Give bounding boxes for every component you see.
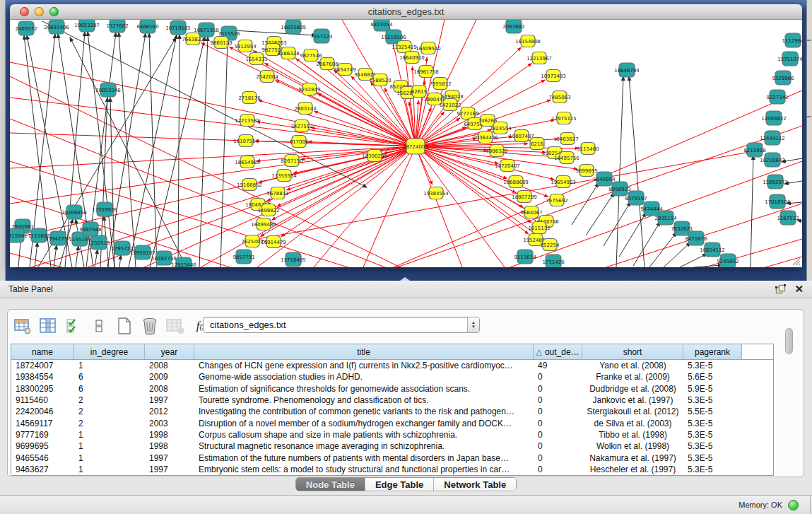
graph-node[interactable]: 1112964 [782,33,802,47]
graph-node[interactable]: 16961758 [413,66,439,78]
graph-node[interactable]: 10719185 [165,21,191,35]
graph-node[interactable]: 1654331 [245,53,267,65]
graph-node[interactable]: 9227341 [766,90,788,104]
close-button[interactable] [20,7,29,16]
graph-node[interactable]: 12213967 [526,52,552,64]
graph-node[interactable]: 1167533 [777,211,799,225]
zoom-button[interactable] [49,7,59,16]
new-document-icon[interactable] [115,317,134,335]
column-header-pagerank[interactable]: pagerank [683,344,742,359]
graph-node[interactable]: 9245652 [717,254,739,267]
graph-node[interactable]: 9463627 [556,133,578,145]
graph-node[interactable]: 7357224 [310,29,333,43]
graph-node[interactable]: 12975115 [551,112,577,124]
graph-node[interactable]: 2405572 [15,21,37,35]
graph-node[interactable]: 8215958 [743,143,765,157]
graph-node[interactable]: 19384554 [423,187,449,199]
graph-node[interactable]: 17359926 [92,202,117,216]
float-window-icon[interactable] [775,284,786,295]
graph-node[interactable]: 9329966 [772,71,794,85]
table-row[interactable]: 1872400712008Changes of HCN gene express… [11,360,773,371]
graph-node[interactable]: 9857791 [233,250,254,264]
hub-node[interactable]: 18724007 [403,139,428,154]
graph-node[interactable]: 7625402 [241,235,263,247]
graph-node[interactable]: 16107554 [233,135,259,147]
table-row[interactable]: 946554611997Estimation of the future num… [11,452,773,463]
graph-node[interactable]: 15992971 [763,175,788,189]
column-header-year[interactable]: year [145,344,194,359]
graph-node[interactable]: 10688609 [503,176,529,188]
table-settings-icon[interactable] [13,317,32,335]
graph-node[interactable]: 6216 [530,138,544,150]
graph-node[interactable]: 1250515 [88,235,110,250]
graph-node[interactable]: 15720407 [495,160,520,172]
graph-node[interactable]: 9242843 [298,83,320,95]
column-header-title[interactable]: title [194,344,534,359]
column-header-out_de[interactable]: △out_de… [534,344,582,359]
graph-node[interactable]: 7986322 [486,145,507,157]
graph-node[interactable]: 6466160 [136,20,158,33]
table-row[interactable]: 1456911722003Disruption of a novel membe… [11,417,773,428]
network-canvas[interactable]: 2405572206914061065328715276026466160107… [10,20,802,267]
network-graph[interactable]: 2405572206914061065328715276026466160107… [10,20,802,267]
network-window-titlebar[interactable]: citations_edges.txt [10,4,802,20]
row-checklist-icon[interactable] [64,317,83,335]
graph-node[interactable]: 15751074 [777,52,802,66]
graph-node[interactable]: 252254 [541,239,560,251]
graph-node[interactable]: 19654923 [551,176,576,188]
tab-node-table[interactable]: Node Table [296,478,365,491]
graph-node[interactable]: 18654985 [235,156,260,168]
graph-node[interactable]: 15166852 [237,179,262,191]
table-row[interactable]: 946362711997Embryonic stem cells: a mode… [11,464,773,475]
graph-node[interactable]: 11355554 [271,170,297,182]
graph-node[interactable]: 20206856 [61,205,87,219]
table-select-dropdown[interactable]: citations_edges.txt ▲▼ [203,317,480,333]
graph-node[interactable]: 16210643 [760,153,785,167]
graph-node[interactable]: 16154808 [515,35,541,47]
graph-node[interactable]: 10653287 [74,20,100,32]
graph-node[interactable]: 2342004 [256,71,278,83]
graph-node[interactable]: 7485063 [548,91,570,103]
table-row[interactable]: 911546021997Tourette syndrome. Phenomeno… [11,395,773,406]
close-icon[interactable]: ✕ [794,284,804,295]
graph-node[interactable]: 6379197 [625,191,647,205]
column-header-name[interactable]: name [11,344,74,359]
graph-node[interactable]: 15716485 [281,252,306,267]
table-vertical-scrollbar[interactable] [784,328,794,440]
graph-node[interactable]: 16648794 [614,63,640,77]
graph-node[interactable]: 12093822 [761,111,787,125]
graph-node[interactable]: 1527602 [106,20,128,33]
graph-node[interactable]: 20691406 [44,20,69,34]
graph-node[interactable]: 5912954 [234,40,257,52]
graph-node[interactable]: 9684067 [520,206,542,218]
column-header-in_degree[interactable]: in_degree [74,344,145,359]
graph-node[interactable]: 9113614 [514,250,536,264]
delete-icon[interactable] [141,317,159,335]
table-row[interactable]: 969969511998Structural magnetic resonanc… [11,440,773,452]
table-row[interactable]: 1830029562008Estimation of significance … [11,383,773,395]
graph-node[interactable]: 9397588 [79,222,101,236]
graph-node[interactable]: 7575692 [546,194,567,206]
graph-node[interactable]: 9115460 [577,143,599,155]
column-header-short[interactable]: short [582,344,683,359]
graph-node[interactable]: 5678811 [266,187,288,199]
minimize-button[interactable] [35,7,44,16]
graph-node[interactable]: 2087682 [502,20,524,33]
graph-node[interactable]: 917006 [290,136,309,148]
graph-node[interactable]: 2803144 [294,103,317,115]
graph-node[interactable]: 17016504 [765,194,790,209]
import-table-icon[interactable] [166,317,184,335]
graph-node[interactable]: 9827546 [300,49,322,62]
resize-grip-icon[interactable] [789,255,801,266]
table-row[interactable]: 977716911998Corpus callosum shape and si… [11,429,773,440]
table-row[interactable]: 2242004622012Investigating the contribut… [11,406,773,417]
graph-node[interactable]: 1731426 [542,255,565,267]
select-columns-icon[interactable] [39,317,57,335]
graph-node[interactable]: 2718176 [238,92,261,104]
graph-node[interactable]: 8471676 [685,231,707,245]
rows-icon[interactable] [90,317,108,335]
tab-edge-table[interactable]: Edge Table [365,478,434,491]
graph-node[interactable]: 16033809 [281,20,306,34]
graph-node[interactable]: 12213583 [235,115,260,127]
graph-node[interactable]: 18300295 [362,150,387,162]
